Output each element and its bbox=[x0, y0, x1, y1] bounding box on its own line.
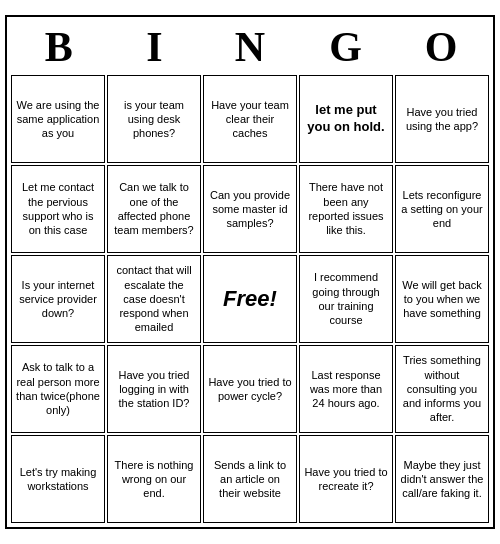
header-letter: B bbox=[11, 21, 107, 73]
bingo-grid: We are using the same application as you… bbox=[11, 75, 489, 523]
bingo-cell[interactable]: We are using the same application as you bbox=[11, 75, 105, 163]
bingo-cell[interactable]: Can you provide some master id samples? bbox=[203, 165, 297, 253]
bingo-cell[interactable]: Have you tried to recreate it? bbox=[299, 435, 393, 523]
bingo-cell[interactable]: Lets reconfigure a setting on your end bbox=[395, 165, 489, 253]
bingo-cell[interactable]: Have you tried logging in with the stati… bbox=[107, 345, 201, 433]
bingo-cell[interactable]: Let's try making workstations bbox=[11, 435, 105, 523]
bingo-cell[interactable]: Free! bbox=[203, 255, 297, 343]
bingo-card: BINGO We are using the same application … bbox=[5, 15, 495, 529]
bingo-cell[interactable]: Let me contact the pervious support who … bbox=[11, 165, 105, 253]
bingo-cell[interactable]: Last response was more than 24 hours ago… bbox=[299, 345, 393, 433]
bingo-header: BINGO bbox=[11, 21, 489, 73]
header-letter: I bbox=[107, 21, 203, 73]
bingo-cell[interactable]: let me put you on hold. bbox=[299, 75, 393, 163]
bingo-cell[interactable]: is your team using desk phones? bbox=[107, 75, 201, 163]
bingo-cell[interactable]: There is nothing wrong on our end. bbox=[107, 435, 201, 523]
header-letter: N bbox=[202, 21, 298, 73]
bingo-cell[interactable]: contact that will escalate the case does… bbox=[107, 255, 201, 343]
bingo-cell[interactable]: There have not been any reported issues … bbox=[299, 165, 393, 253]
bingo-cell[interactable]: Have you tried using the app? bbox=[395, 75, 489, 163]
bingo-cell[interactable]: Maybe they just didn't answer the call/a… bbox=[395, 435, 489, 523]
bingo-cell[interactable]: Have your team clear their caches bbox=[203, 75, 297, 163]
bingo-cell[interactable]: Sends a link to an article on their webs… bbox=[203, 435, 297, 523]
bingo-cell[interactable]: Can we talk to one of the affected phone… bbox=[107, 165, 201, 253]
bingo-cell[interactable]: Tries something without consulting you a… bbox=[395, 345, 489, 433]
bingo-cell[interactable]: Have you tried to power cycle? bbox=[203, 345, 297, 433]
header-letter: G bbox=[298, 21, 394, 73]
bingo-cell[interactable]: I recommend going through our training c… bbox=[299, 255, 393, 343]
bingo-cell[interactable]: Is your internet service provider down? bbox=[11, 255, 105, 343]
bingo-cell[interactable]: Ask to talk to a real person more than t… bbox=[11, 345, 105, 433]
header-letter: O bbox=[393, 21, 489, 73]
bingo-cell[interactable]: We will get back to you when we have som… bbox=[395, 255, 489, 343]
